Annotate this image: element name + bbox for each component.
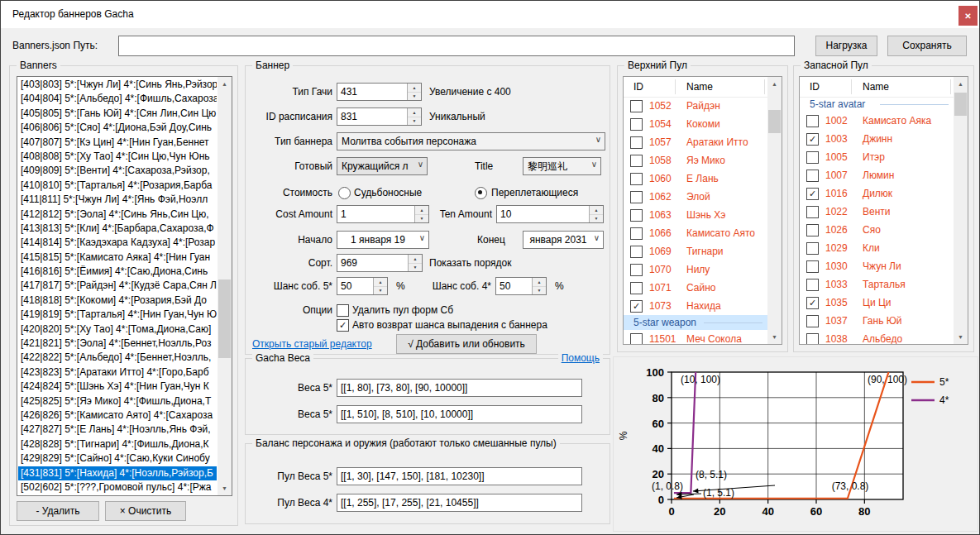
chance4-spinner[interactable]: 50 ▲ ▼ [495, 277, 547, 295]
pool-row[interactable]: 1005Итэр [800, 148, 954, 166]
reserve-pool-table[interactable]: ID Name 5-star avatar1002Камисато Аяка✓1… [799, 76, 968, 345]
ten-amount-spinner[interactable]: 10 ▲ ▼ [496, 205, 604, 223]
pool-checkbox[interactable]: ✓ [806, 297, 819, 309]
pool-checkbox[interactable] [630, 333, 643, 344]
banner-list-item[interactable]: [416|816] 5*:[Ёимия] 4*:[Саю,Диона,Синь [18, 265, 217, 279]
weight5b-input[interactable]: [[1, 510], [8, 510], [10, 10000]] [337, 405, 582, 423]
banner-list-item[interactable]: [405|805] 5*:[Гань Юй] 4*:[Сян Лин,Син Ц… [18, 107, 217, 121]
banner-list-item[interactable]: [431|831] 5*:[Нахида] 4*:[Ноэлль,Рэйзор,… [18, 466, 217, 480]
banner-list-item[interactable]: [415|815] 5*:[Камисато Аяка] 4*:[Нин Гуа… [18, 251, 217, 265]
pool-checkbox[interactable] [630, 191, 643, 203]
banner-list-item[interactable]: [413|813] 5*:[Кли] 4*:[Барбара,Сахароза,… [18, 222, 217, 236]
pool-checkbox[interactable] [806, 206, 819, 218]
pool-checkbox[interactable] [806, 260, 819, 273]
pool-row[interactable]: 1063Шэнь Хэ [624, 206, 767, 224]
cost-radio-fateful[interactable] [338, 187, 351, 199]
banner-list-item[interactable]: [422|822] 5*:[Альбедо] 4*:[Беннет,Ноэлль… [18, 351, 217, 365]
banner-list-item[interactable]: [411|811] 5*:[Чжун Ли] 4*:[Янь Фэй,Ноэлл [18, 193, 217, 207]
pool-row[interactable]: ✓1003Джинн [800, 130, 954, 148]
pool-row[interactable]: 1052Райдэн [624, 97, 767, 115]
pool-row[interactable]: 1033Тарталья [800, 275, 954, 294]
help-link[interactable]: Помощь [558, 352, 603, 364]
pool-checkbox[interactable] [630, 155, 643, 167]
banner-list-item[interactable]: [429|829] 5*:[Сайно] 4*:[Саю,Куки Синобу [18, 451, 217, 466]
banner-list-item[interactable]: [423|823] 5*:[Аратаки Итто] 4*:[Горо,Бар… [18, 365, 217, 380]
pool-checkbox[interactable] [630, 209, 643, 222]
banner-list-item[interactable]: [406|806] 5*:[Сяо] 4*:[Диона,Бэй Доу,Син… [18, 121, 217, 135]
scroll-up-icon[interactable]: ▲ [767, 77, 782, 91]
banners-list[interactable]: [403|803] 5*:[Чжун Ли] 4*:[Синь Янь,Рэйз… [17, 76, 232, 496]
banner-list-item[interactable]: [410|810] 5*:[Тарталья] 4*:[Розария,Барб… [18, 179, 217, 193]
prefab-combo[interactable]: Кружащийся л ∨ [337, 157, 428, 175]
banner-list-item[interactable]: [417|817] 5*:[Райдэн] 4*:[Кудзё Сара,Сян… [18, 279, 217, 293]
spin-down-icon[interactable]: ▼ [408, 92, 421, 100]
begin-date-combo[interactable]: 1 января 19 ∨ [337, 231, 429, 249]
option-delete-pool-checkbox[interactable]: ✓ [337, 304, 349, 317]
banner-list-item[interactable]: [408|808] 5*:[Ху Тао] 4*:[Син Цю,Чун Юнь [18, 150, 217, 164]
pool-checkbox[interactable]: ✓ [806, 188, 819, 200]
save-button[interactable]: Сохранять [887, 36, 967, 56]
pool-checkbox[interactable] [806, 279, 819, 291]
pool-row[interactable]: 1069Тигнари [624, 242, 767, 260]
pool-checkbox[interactable] [806, 315, 819, 327]
pool-checkbox[interactable] [630, 118, 643, 131]
banner-list-item[interactable]: [427|827] 5*:[Е Лань] 4*:[Ноэлль,Янь Фэй… [18, 423, 217, 437]
scroll-down-icon[interactable]: ▼ [954, 330, 968, 344]
pool-row[interactable]: 11501Меч Сокола [624, 330, 767, 344]
scroll-up-icon[interactable]: ▲ [954, 77, 968, 91]
pool-checkbox[interactable] [630, 227, 643, 240]
spin-down-icon[interactable]: ▼ [590, 214, 603, 222]
cost-amount-spinner[interactable]: 1 ▲ ▼ [337, 205, 429, 223]
cost-radio-intertwined[interactable] [475, 187, 487, 199]
path-input[interactable] [118, 36, 795, 56]
open-old-editor-link[interactable]: Открыть старый редактор [252, 334, 372, 354]
pool-row[interactable]: 1038Альбедо [800, 330, 954, 344]
banner-list-item[interactable]: [420|820] 5*:[Ху Тао] 4*:[Тома,Диона,Саю… [18, 322, 217, 337]
spin-down-icon[interactable]: ▼ [408, 117, 421, 125]
pool-row[interactable]: 1071Сайно [624, 279, 767, 297]
pool-row[interactable]: 1066Камисато Аято [624, 224, 767, 242]
pool-checkbox[interactable] [630, 264, 643, 276]
scroll-thumb[interactable] [218, 279, 231, 358]
banner-list-item[interactable]: [404|804] 5*:[Альбедо] 4*:[Фишль,Сахароз… [18, 92, 217, 106]
scroll-down-icon[interactable]: ▼ [767, 330, 782, 344]
pool-checkbox[interactable] [806, 242, 819, 255]
banner-list-item[interactable]: [418|818] 5*:[Кокоми] 4*:[Розария,Бэй До [18, 294, 217, 308]
banner-list-item[interactable]: [421|821] 5*:[Эола] 4*:[Беннет,Ноэлль,Ро… [18, 337, 217, 351]
banner-list-item[interactable]: [424|824] 5*:[Шэнь Хэ] 4*:[Нин Гуан,Чун … [18, 380, 217, 394]
pool-checkbox[interactable] [806, 151, 819, 164]
banner-list-item[interactable]: [412|812] 5*:[Эола] 4*:[Синь Янь,Син Цю, [18, 208, 217, 222]
gacha-type-spinner[interactable]: 431 ▲ ▼ [337, 83, 422, 101]
banner-list-item[interactable]: [428|828] 5*:[Тигнари] 4*:[Фишль,Диона,К [18, 437, 217, 451]
pool-row[interactable]: 1007Люмин [800, 166, 954, 184]
title-combo[interactable]: 黎明巡礼 ∨ [523, 157, 601, 175]
pool-row[interactable]: 1070Нилу [624, 260, 767, 279]
scroll-thumb[interactable] [954, 93, 967, 116]
option-auto-return-checkbox[interactable]: ✓ [337, 319, 349, 332]
sort-spinner[interactable]: 969 ▲ ▼ [337, 254, 423, 272]
pool-checkbox[interactable] [630, 246, 643, 258]
pool-row[interactable]: ✓1073Нахида [624, 297, 767, 315]
spin-down-icon[interactable]: ▼ [374, 286, 387, 294]
pool-row[interactable]: 1037Гань Юй [800, 312, 954, 330]
scroll-thumb[interactable] [768, 110, 781, 133]
pool-checkbox[interactable]: ✓ [806, 133, 819, 146]
pool-checkbox[interactable] [806, 115, 819, 127]
banner-list-item[interactable]: [414|814] 5*:[Каэдэхара Кадзуха] 4*:[Роз… [18, 236, 217, 250]
banner-list-item[interactable]: [403|803] 5*:[Чжун Ли] 4*:[Синь Янь,Рэйз… [18, 78, 217, 92]
spin-down-icon[interactable]: ▼ [415, 214, 428, 222]
pool-row[interactable]: 1030Чжун Ли [800, 257, 954, 275]
pool-row[interactable]: 1026Сяо [800, 221, 954, 239]
pool-checkbox[interactable]: ✓ [630, 300, 643, 313]
end-date-combo[interactable]: января 2031 ∨ [523, 231, 604, 249]
schedule-id-spinner[interactable]: 831 ▲ ▼ [337, 107, 422, 126]
upper-pool-table[interactable]: ID Name 1052Райдэн1054Кокоми1057Аратаки … [623, 76, 782, 345]
pool-checkbox[interactable] [806, 170, 819, 182]
banner-list-item[interactable]: [407|807] 5*:[Кэ Цин] 4*:[Нин Гуан,Бенне… [18, 136, 217, 150]
banner-list-item[interactable]: [502|602] 5*:[???,Громовой пульс] 4*:[Рж… [18, 480, 217, 494]
pool-row[interactable]: 1022Венти [800, 203, 954, 221]
pool-checkbox[interactable] [806, 224, 819, 236]
banner-list-item[interactable]: [425|825] 5*:[Яэ Мико] 4*:[Фишль,Диона,Т [18, 394, 217, 408]
pool-row[interactable]: 1060Е Лань [624, 170, 767, 188]
pool-row[interactable]: 1054Кокоми [624, 115, 767, 133]
